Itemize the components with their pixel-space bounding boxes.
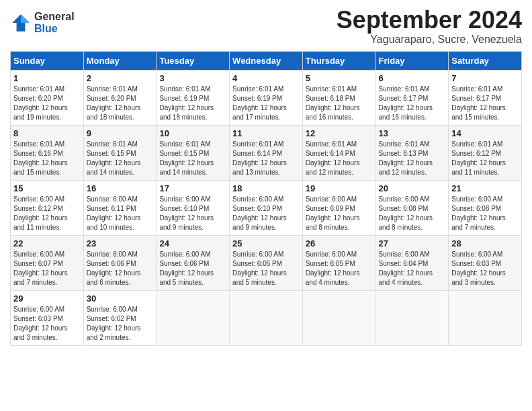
calendar-cell xyxy=(157,290,230,345)
day-number: 15 xyxy=(13,183,81,193)
cell-info: Sunrise: 6:01 AMSunset: 6:19 PMDaylight:… xyxy=(232,85,300,122)
day-number: 28 xyxy=(451,238,519,248)
day-number: 17 xyxy=(159,183,226,193)
calendar-cell: 10Sunrise: 6:01 AMSunset: 6:15 PMDayligh… xyxy=(157,125,230,180)
cell-info: Sunrise: 6:00 AMSunset: 6:03 PMDaylight:… xyxy=(451,250,519,287)
cell-info: Sunrise: 6:00 AMSunset: 6:08 PMDaylight:… xyxy=(451,195,519,232)
calendar-week-row: 1Sunrise: 6:01 AMSunset: 6:20 PMDaylight… xyxy=(11,70,522,125)
calendar-week-row: 15Sunrise: 6:00 AMSunset: 6:12 PMDayligh… xyxy=(11,180,522,235)
header-tuesday: Tuesday xyxy=(157,51,230,70)
calendar-cell: 22Sunrise: 6:00 AMSunset: 6:07 PMDayligh… xyxy=(11,235,84,290)
day-number: 1 xyxy=(13,73,81,83)
calendar-cell: 7Sunrise: 6:01 AMSunset: 6:17 PMDaylight… xyxy=(449,70,522,125)
cell-info: Sunrise: 6:00 AMSunset: 6:11 PMDaylight:… xyxy=(87,195,154,232)
calendar-header: Sunday Monday Tuesday Wednesday Thursday… xyxy=(11,51,522,70)
day-number: 23 xyxy=(87,238,154,248)
day-number: 11 xyxy=(232,128,300,138)
calendar-cell: 12Sunrise: 6:01 AMSunset: 6:14 PMDayligh… xyxy=(302,125,375,180)
header-row: Sunday Monday Tuesday Wednesday Thursday… xyxy=(11,51,522,70)
header-friday: Friday xyxy=(375,51,449,70)
header-saturday: Saturday xyxy=(449,51,522,70)
header-wednesday: Wednesday xyxy=(230,51,303,70)
calendar-cell: 23Sunrise: 6:00 AMSunset: 6:06 PMDayligh… xyxy=(83,235,157,290)
day-number: 22 xyxy=(13,238,81,248)
cell-info: Sunrise: 6:01 AMSunset: 6:15 PMDaylight:… xyxy=(87,140,154,177)
calendar-cell: 13Sunrise: 6:01 AMSunset: 6:13 PMDayligh… xyxy=(375,125,449,180)
header-monday: Monday xyxy=(83,51,157,70)
cell-info: Sunrise: 6:00 AMSunset: 6:10 PMDaylight:… xyxy=(232,195,300,232)
header-sunday: Sunday xyxy=(11,51,84,70)
calendar-cell xyxy=(449,290,522,345)
day-number: 19 xyxy=(306,183,373,193)
day-number: 5 xyxy=(306,73,373,83)
day-number: 8 xyxy=(13,128,81,138)
calendar-cell: 20Sunrise: 6:00 AMSunset: 6:08 PMDayligh… xyxy=(375,180,449,235)
calendar-cell: 4Sunrise: 6:01 AMSunset: 6:19 PMDaylight… xyxy=(230,70,303,125)
day-number: 25 xyxy=(232,238,300,248)
calendar-cell: 11Sunrise: 6:01 AMSunset: 6:14 PMDayligh… xyxy=(230,125,303,180)
cell-info: Sunrise: 6:00 AMSunset: 6:02 PMDaylight:… xyxy=(87,305,154,342)
calendar-body: 1Sunrise: 6:01 AMSunset: 6:20 PMDaylight… xyxy=(11,70,522,345)
calendar-cell: 9Sunrise: 6:01 AMSunset: 6:15 PMDaylight… xyxy=(83,125,157,180)
day-number: 29 xyxy=(13,293,81,304)
day-number: 18 xyxy=(232,183,300,193)
calendar-cell xyxy=(375,290,449,345)
calendar-cell xyxy=(302,290,375,345)
day-number: 4 xyxy=(232,73,300,83)
calendar-cell: 24Sunrise: 6:00 AMSunset: 6:06 PMDayligh… xyxy=(157,235,230,290)
calendar-cell: 30Sunrise: 6:00 AMSunset: 6:02 PMDayligh… xyxy=(83,290,157,345)
day-number: 7 xyxy=(451,73,519,83)
calendar-cell: 16Sunrise: 6:00 AMSunset: 6:11 PMDayligh… xyxy=(83,180,157,235)
day-number: 10 xyxy=(159,128,226,138)
calendar-cell: 21Sunrise: 6:00 AMSunset: 6:08 PMDayligh… xyxy=(449,180,522,235)
logo-icon xyxy=(10,12,32,34)
cell-info: Sunrise: 6:01 AMSunset: 6:14 PMDaylight:… xyxy=(232,140,300,177)
calendar-cell: 28Sunrise: 6:00 AMSunset: 6:03 PMDayligh… xyxy=(449,235,522,290)
day-number: 26 xyxy=(306,238,373,248)
calendar-table: Sunday Monday Tuesday Wednesday Thursday… xyxy=(10,51,522,346)
calendar-cell: 27Sunrise: 6:00 AMSunset: 6:04 PMDayligh… xyxy=(375,235,449,290)
calendar-cell: 8Sunrise: 6:01 AMSunset: 6:16 PMDaylight… xyxy=(11,125,84,180)
calendar-cell: 6Sunrise: 6:01 AMSunset: 6:17 PMDaylight… xyxy=(375,70,449,125)
logo-blue-text: Blue xyxy=(34,23,75,35)
cell-info: Sunrise: 6:01 AMSunset: 6:14 PMDaylight:… xyxy=(306,140,373,177)
cell-info: Sunrise: 6:00 AMSunset: 6:08 PMDaylight:… xyxy=(379,195,446,232)
header: General Blue September 2024 Yaguaraparo,… xyxy=(10,7,522,46)
svg-marker-1 xyxy=(21,14,30,23)
cell-info: Sunrise: 6:00 AMSunset: 6:06 PMDaylight:… xyxy=(159,250,226,287)
cell-info: Sunrise: 6:00 AMSunset: 6:03 PMDaylight:… xyxy=(13,305,81,342)
calendar-week-row: 8Sunrise: 6:01 AMSunset: 6:16 PMDaylight… xyxy=(11,125,522,180)
cell-info: Sunrise: 6:01 AMSunset: 6:17 PMDaylight:… xyxy=(379,85,446,122)
calendar-cell: 29Sunrise: 6:00 AMSunset: 6:03 PMDayligh… xyxy=(11,290,84,345)
day-number: 30 xyxy=(87,293,154,304)
calendar-cell: 5Sunrise: 6:01 AMSunset: 6:18 PMDaylight… xyxy=(302,70,375,125)
calendar-cell: 14Sunrise: 6:01 AMSunset: 6:12 PMDayligh… xyxy=(449,125,522,180)
cell-info: Sunrise: 6:01 AMSunset: 6:12 PMDaylight:… xyxy=(451,140,519,177)
cell-info: Sunrise: 6:01 AMSunset: 6:18 PMDaylight:… xyxy=(306,85,373,122)
calendar-cell: 19Sunrise: 6:00 AMSunset: 6:09 PMDayligh… xyxy=(302,180,375,235)
cell-info: Sunrise: 6:01 AMSunset: 6:20 PMDaylight:… xyxy=(13,85,81,122)
month-title: September 2024 xyxy=(337,7,522,34)
day-number: 3 xyxy=(159,73,226,83)
location-subtitle: Yaguaraparo, Sucre, Venezuela xyxy=(337,34,522,46)
calendar-cell: 18Sunrise: 6:00 AMSunset: 6:10 PMDayligh… xyxy=(230,180,303,235)
day-number: 21 xyxy=(451,183,519,193)
day-number: 9 xyxy=(87,128,154,138)
calendar-cell: 3Sunrise: 6:01 AMSunset: 6:19 PMDaylight… xyxy=(157,70,230,125)
calendar-cell: 17Sunrise: 6:00 AMSunset: 6:10 PMDayligh… xyxy=(157,180,230,235)
cell-info: Sunrise: 6:00 AMSunset: 6:04 PMDaylight:… xyxy=(379,250,446,287)
cell-info: Sunrise: 6:00 AMSunset: 6:09 PMDaylight:… xyxy=(306,195,373,232)
cell-info: Sunrise: 6:00 AMSunset: 6:07 PMDaylight:… xyxy=(13,250,81,287)
title-area: September 2024 Yaguaraparo, Sucre, Venez… xyxy=(337,7,522,46)
calendar-cell: 1Sunrise: 6:01 AMSunset: 6:20 PMDaylight… xyxy=(11,70,84,125)
day-number: 20 xyxy=(379,183,446,193)
cell-info: Sunrise: 6:00 AMSunset: 6:05 PMDaylight:… xyxy=(306,250,373,287)
day-number: 12 xyxy=(306,128,373,138)
cell-info: Sunrise: 6:00 AMSunset: 6:10 PMDaylight:… xyxy=(159,195,226,232)
cell-info: Sunrise: 6:01 AMSunset: 6:15 PMDaylight:… xyxy=(159,140,226,177)
day-number: 14 xyxy=(451,128,519,138)
cell-info: Sunrise: 6:01 AMSunset: 6:13 PMDaylight:… xyxy=(379,140,446,177)
calendar-cell: 26Sunrise: 6:00 AMSunset: 6:05 PMDayligh… xyxy=(302,235,375,290)
calendar-week-row: 29Sunrise: 6:00 AMSunset: 6:03 PMDayligh… xyxy=(11,290,522,345)
calendar-cell xyxy=(230,290,303,345)
